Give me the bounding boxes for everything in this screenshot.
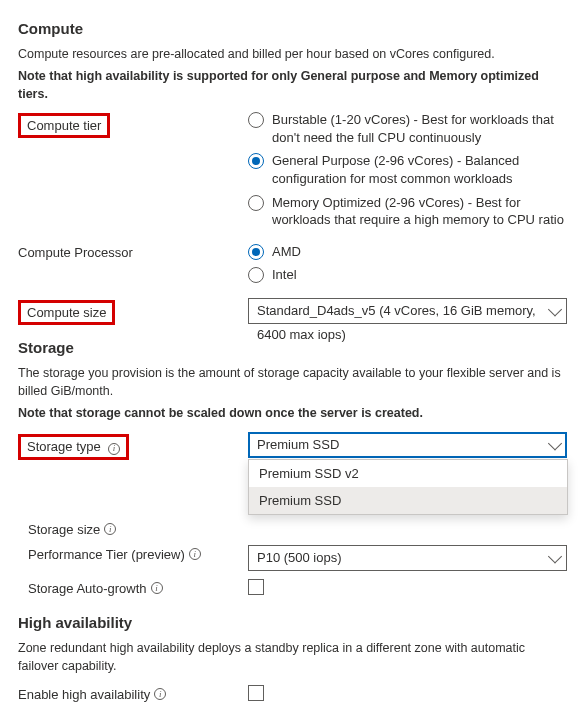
radio-icon xyxy=(248,153,264,169)
storage-type-label: Storage type xyxy=(27,439,101,454)
storage-size-label: Storage size xyxy=(28,522,100,537)
performance-tier-value: P10 (500 iops) xyxy=(257,550,342,565)
compute-processor-label: Compute Processor xyxy=(18,243,248,260)
compute-heading: Compute xyxy=(18,20,567,37)
radio-label: AMD xyxy=(272,243,301,261)
storage-autogrowth-checkbox[interactable] xyxy=(248,579,264,595)
radio-label: Burstable (1-20 vCores) - Best for workl… xyxy=(272,111,567,146)
storage-type-value: Premium SSD xyxy=(257,437,339,452)
compute-tier-general[interactable]: General Purpose (2-96 vCores) - Balanced… xyxy=(248,152,567,187)
ha-enable-label: Enable high availability xyxy=(18,687,150,702)
radio-icon xyxy=(248,244,264,260)
compute-tier-memory[interactable]: Memory Optimized (2-96 vCores) - Best fo… xyxy=(248,194,567,229)
chevron-down-icon xyxy=(548,302,562,316)
performance-tier-label: Performance Tier (preview) xyxy=(28,547,185,562)
compute-desc-line1: Compute resources are pre-allocated and … xyxy=(18,45,567,63)
radio-label: Memory Optimized (2-96 vCores) - Best fo… xyxy=(272,194,567,229)
storage-type-option[interactable]: Premium SSD v2 xyxy=(249,460,567,487)
radio-icon xyxy=(248,112,264,128)
ha-enable-checkbox[interactable] xyxy=(248,685,264,701)
radio-label: Intel xyxy=(272,266,297,284)
storage-autogrowth-label: Storage Auto-growth xyxy=(28,581,147,596)
compute-size-select[interactable]: Standard_D4ads_v5 (4 vCores, 16 GiB memo… xyxy=(248,298,567,324)
compute-desc-line2: Note that high availability is supported… xyxy=(18,67,567,103)
compute-tier-group: Burstable (1-20 vCores) - Best for workl… xyxy=(248,111,567,234)
chevron-down-icon xyxy=(548,549,562,563)
compute-size-label: Compute size xyxy=(18,300,115,325)
info-icon[interactable] xyxy=(108,443,120,455)
performance-tier-select[interactable]: P10 (500 iops) xyxy=(248,545,567,571)
ha-heading: High availability xyxy=(18,614,567,631)
compute-tier-burstable[interactable]: Burstable (1-20 vCores) - Best for workl… xyxy=(248,111,567,146)
compute-processor-intel[interactable]: Intel xyxy=(248,266,567,284)
radio-icon xyxy=(248,267,264,283)
storage-type-dropdown: Premium SSD v2 Premium SSD xyxy=(248,459,568,515)
info-icon[interactable] xyxy=(151,582,163,594)
radio-icon xyxy=(248,195,264,211)
info-icon[interactable] xyxy=(154,688,166,700)
ha-desc: Zone redundant high availability deploys… xyxy=(18,639,567,675)
compute-processor-group: AMD Intel xyxy=(248,243,567,290)
storage-desc-line2: Note that storage cannot be scaled down … xyxy=(18,404,567,422)
chevron-down-icon xyxy=(548,437,562,451)
compute-processor-amd[interactable]: AMD xyxy=(248,243,567,261)
compute-size-value: Standard_D4ads_v5 (4 vCores, 16 GiB memo… xyxy=(257,303,536,342)
storage-type-select[interactable]: Premium SSD xyxy=(248,432,567,458)
compute-tier-label: Compute tier xyxy=(18,113,110,138)
storage-desc-line1: The storage you provision is the amount … xyxy=(18,364,567,400)
radio-label: General Purpose (2-96 vCores) - Balanced… xyxy=(272,152,567,187)
storage-type-option[interactable]: Premium SSD xyxy=(249,487,567,514)
storage-type-label-wrap: Storage type xyxy=(18,434,129,460)
info-icon[interactable] xyxy=(189,548,201,560)
info-icon[interactable] xyxy=(104,523,116,535)
